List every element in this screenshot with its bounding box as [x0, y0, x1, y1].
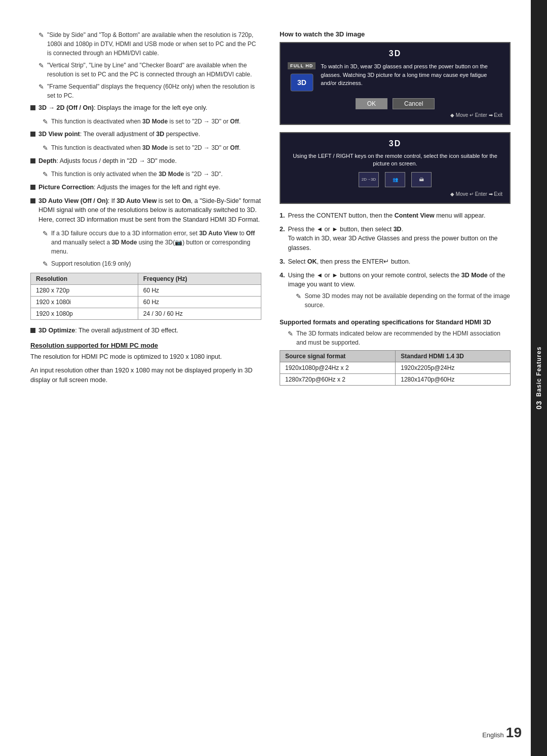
note-depth: ✎ This function is only activated when t… — [30, 170, 261, 180]
note-text-2: "Vertical Strip", "Line by Line" and "Ch… — [47, 61, 261, 79]
table-row: 1280 x 720p 60 Hz — [31, 285, 261, 297]
dialog1-body: FULL HD 3D To watch in 3D, wear 3D glass… — [288, 62, 502, 93]
hdmi-col-header: Standard HDMI 1.4 3D — [396, 351, 511, 362]
bullet-depth: Depth: Adjusts focus / depth in "2D → 3D… — [30, 156, 261, 166]
note-autoview-2: ✎ Support resolution (16:9 only) — [30, 259, 261, 269]
hdmi-section-heading: Resolution supported for HDMI PC mode — [30, 342, 261, 349]
fullhd-badge: FULL HD — [288, 62, 316, 69]
res-col-header: Resolution — [31, 273, 138, 285]
note-bullet-1: ✎ "Side by Side" and "Top & Bottom" are … — [30, 30, 261, 58]
table-row: 1920 x 1080p 24 / 30 / 60 Hz — [31, 308, 261, 320]
icon-mountain: 🏔 — [411, 172, 432, 187]
dialog2-icons: 2D→3D 👥 🏔 — [288, 172, 502, 187]
note-icon-1: ✎ — [38, 30, 44, 58]
chapter-number: 03 — [535, 401, 543, 410]
step-4: 4. Using the ◄ or ► buttons on your remo… — [280, 271, 511, 313]
dialog2-title: 3D — [288, 139, 502, 148]
icon-item-3: 🏔 — [411, 172, 432, 187]
bullet-autoview-text: 3D Auto View (Off / On): If 3D Auto View… — [38, 196, 261, 225]
supported-heading: Supported formats and operating specific… — [280, 319, 511, 326]
icon-item-2: 👥 — [385, 172, 405, 187]
signal-row-1: 1920x1080p@24Hz x 2 1920x2205p@24Hz — [280, 362, 511, 374]
square-bullet-icon — [30, 198, 35, 203]
dialog-3d-1: 3D FULL HD 3D To watch in 3D, wear 3D gl… — [280, 42, 511, 125]
dialog1-cancel-btn[interactable]: Cancel — [393, 98, 435, 109]
freq-col-header: Frequency (Hz) — [138, 273, 261, 285]
chapter-title: Basic Features — [535, 347, 542, 397]
bullet-3d-optimize: 3D Optimize: The overall adjustment of 3… — [30, 326, 261, 335]
page-label: English — [482, 731, 504, 739]
dialog1-text: To watch in 3D, wear 3D glasses and pres… — [321, 62, 502, 88]
note-bullet-2: ✎ "Vertical Strip", "Line by Line" and "… — [30, 61, 261, 79]
svg-text:3D: 3D — [297, 78, 306, 87]
step-3: 3. Select OK, then press the ENTER↵ butt… — [280, 257, 511, 267]
bullet-3d-2d: 3D → 2D (Off / On): Displays the image f… — [30, 103, 261, 113]
bullet-picture-correction-text: Picture Correction: Adjusts the images f… — [38, 183, 220, 192]
bullet-optimize-text: 3D Optimize: The overall adjustment of 3… — [38, 326, 178, 335]
bullet-picture-correction: Picture Correction: Adjusts the images f… — [30, 183, 261, 192]
square-bullet-icon — [30, 132, 35, 137]
dialog2-nav: ◆ Move ↵ Enter ➡ Exit — [288, 191, 502, 197]
right-column: How to watch the 3D image 3D FULL HD 3D — [280, 30, 511, 716]
square-bullet-icon — [30, 105, 35, 110]
dialog-3d-2: 3D Using the LEFT / RIGHT keys on the re… — [280, 132, 511, 204]
hdmi-para-2: An input resolution other than 1920 x 10… — [30, 366, 261, 385]
resolution-table: Resolution Frequency (Hz) 1280 x 720p 60… — [30, 273, 261, 320]
note-viewpoint: ✎ This function is deactivated when 3D M… — [30, 143, 261, 153]
step4-note: ✎ Some 3D modes may not be available dep… — [288, 291, 511, 310]
signal-col-header: Source signal format — [280, 351, 396, 362]
dialog2-instruction: Using the LEFT / RIGHT keys on the remot… — [288, 152, 502, 168]
supported-note: ✎ The 3D formats indicated below are rec… — [280, 329, 511, 347]
bullet-3d-autoview: 3D Auto View (Off / On): If 3D Auto View… — [30, 196, 261, 225]
signal-format-table: Source signal format Standard HDMI 1.4 3… — [280, 350, 511, 386]
dialog1-buttons: OK Cancel — [288, 98, 502, 109]
square-bullet-icon — [30, 158, 35, 163]
steps-list: 1. Press the CONTENT button, then the Co… — [280, 211, 511, 313]
note-text-1: "Side by Side" and "Top & Bottom" are av… — [47, 30, 261, 58]
icon-2d-3d: 2D→3D — [359, 172, 379, 187]
step-2: 2. Press the ◄ or ► button, then select … — [280, 225, 511, 253]
hdmi-para-1: The resolution for HDMI PC mode is optim… — [30, 352, 261, 362]
bullet-3d-2d-text: 3D → 2D (Off / On): Displays the image f… — [38, 103, 207, 113]
left-column: ✎ "Side by Side" and "Top & Bottom" are … — [30, 30, 261, 716]
dialog1-3d-icon: 3D — [290, 73, 314, 93]
signal-row-2: 1280x720p@60Hz x 2 1280x1470p@60Hz — [280, 374, 511, 386]
bullet-depth-text: Depth: Adjusts focus / depth in "2D → 3D… — [38, 156, 177, 166]
page-number: 19 — [506, 725, 522, 741]
bullet-3d-viewpoint: 3D View point: The overall adjustment of… — [30, 130, 261, 139]
icon-people: 👥 — [385, 172, 405, 187]
how-to-watch-heading: How to watch the 3D image — [280, 30, 511, 38]
note-icon-3: ✎ — [38, 82, 44, 100]
icon-item-1: 2D→3D — [359, 172, 379, 187]
dialog1-ok-btn[interactable]: OK — [356, 98, 387, 109]
dialog1-nav: ◆ Move ↵ Enter ➡ Exit — [288, 112, 502, 118]
note-text-3: "Frame Sequential" displays the frequenc… — [47, 82, 261, 100]
square-bullet-icon — [30, 328, 35, 333]
page-footer: English 19 — [482, 725, 522, 741]
square-bullet-icon — [30, 185, 35, 190]
dialog1-icon-area: FULL HD 3D — [288, 62, 316, 93]
note-bullet-3: ✎ "Frame Sequential" displays the freque… — [30, 82, 261, 100]
step-1: 1. Press the CONTENT button, then the Co… — [280, 211, 511, 221]
note-autoview-1: ✎ If a 3D failure occurs due to a 3D inf… — [30, 229, 261, 256]
note-icon-2: ✎ — [38, 61, 44, 79]
dialog1-title: 3D — [288, 49, 502, 58]
bullet-viewpoint-text: 3D View point: The overall adjustment of… — [38, 130, 200, 139]
note-b4: ✎ This function is deactivated when 3D M… — [30, 117, 261, 127]
side-tab-content: 03 Basic Features — [535, 347, 543, 410]
chapter-side-tab: 03 Basic Features — [531, 0, 547, 756]
table-row: 1920 x 1080i 60 Hz — [31, 297, 261, 308]
b4-bold: 3D → 2D (Off / On) — [38, 104, 94, 111]
